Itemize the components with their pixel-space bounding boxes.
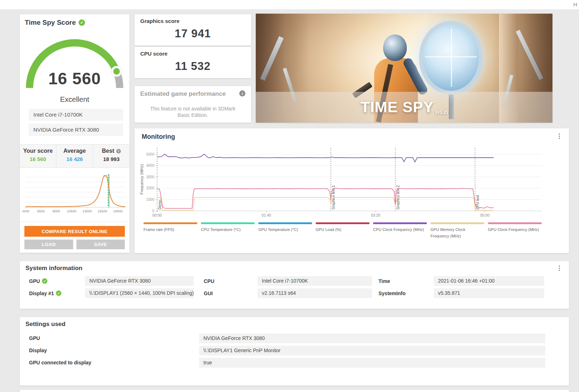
topbar-clipped-text: H [573, 1, 577, 8]
banner-version: (v1.2) [436, 109, 448, 115]
cpu-score-card: CPU score 11 532 [135, 47, 251, 78]
sysinfo-value-cpu: Intel Core i7-10700K [258, 276, 372, 286]
svg-text:Frequency (MHz): Frequency (MHz) [140, 164, 144, 195]
svg-text:10500: 10500 [67, 209, 76, 213]
divider [20, 222, 130, 222]
total-score-value: 16 560 [20, 69, 130, 88]
svg-text:15500: 15500 [98, 209, 107, 213]
score-card-title-row: Time Spy Score ✓ [25, 19, 85, 27]
settings-label-gpu: GPU [29, 334, 199, 343]
graphics-score-value: 17 941 [135, 27, 251, 40]
sysinfo-label-systeminfo: SystemInfo [378, 291, 434, 296]
legend-item[interactable]: GPU Load (%) [316, 222, 369, 239]
stat-your-score-value: 16 560 [20, 156, 56, 162]
graphics-score-label: Graphics score [140, 18, 179, 24]
time-spy-banner-image: TIME SPY (v1.2) [256, 14, 552, 123]
next-card-partial [20, 390, 569, 392]
stat-best: Best i 18 993 [93, 145, 130, 167]
stat-your-score: Your score 16 560 [20, 145, 56, 167]
settings-label-gpu-connected: GPU connected to display [29, 358, 199, 368]
cpu-score-value: 11 532 [135, 60, 251, 73]
estimated-performance-title: Estimated game performance [140, 90, 226, 98]
legend-color-bar [430, 222, 484, 224]
best-info-icon[interactable]: i [116, 149, 121, 154]
sysinfo-label-cpu: CPU [204, 278, 258, 284]
sysinfo-value-gui: v2.16.7113 s64 [258, 288, 372, 298]
svg-text:2000: 2000 [146, 186, 155, 190]
sysinfo-label-time: Time [378, 278, 434, 284]
legend-color-bar [488, 222, 542, 224]
score-distribution-chart: 30005500800010500130001550018000 [23, 171, 127, 215]
settings-row-display: Display \\.\DISPLAY1 Generic PnP Monitor [29, 346, 545, 355]
sysinfo-value-gpu: NVIDIA GeForce RTX 3080 [85, 276, 194, 286]
save-button[interactable]: SAVE [76, 240, 125, 249]
sysinfo-label-display: Display #1✓ [29, 291, 85, 296]
legend-color-bar [143, 222, 197, 224]
svg-text:05:00: 05:00 [480, 213, 489, 217]
cpu-name-box: Intel Core i7-10700K [29, 109, 123, 121]
estimated-game-performance-card: Estimated game performance i This featur… [135, 86, 251, 123]
settings-value-gpu-connected: true [199, 358, 545, 368]
legend-color-bar [201, 222, 255, 224]
compare-result-online-button[interactable]: COMPARE RESULT ONLINE [24, 226, 125, 237]
system-information-grid: GPU✓ NVIDIA GeForce RTX 3080 CPU Intel C… [29, 276, 544, 298]
stat-best-value: 18 993 [93, 156, 130, 162]
legend-label: CPU Temperature (°C) [201, 227, 255, 233]
svg-text:13000: 13000 [82, 209, 91, 213]
legend-item[interactable]: CPU Clock Frequency (MHz) [373, 222, 427, 239]
stat-average-label: Average [56, 148, 93, 154]
settings-used-card: Settings used GPU NVIDIA GeForce RTX 308… [20, 317, 569, 386]
legend-color-bar [258, 222, 312, 224]
svg-text:5500: 5500 [37, 209, 44, 213]
settings-label-display: Display [29, 346, 199, 355]
svg-text:03:20: 03:20 [371, 213, 380, 217]
check-icon: ✓ [56, 291, 61, 296]
legend-item[interactable]: Frame rate (FPS) [143, 222, 197, 239]
system-information-menu-icon[interactable]: ⋮ [556, 264, 562, 272]
monitoring-legend: Frame rate (FPS)CPU Temperature (°C)GPU … [143, 222, 542, 239]
load-button[interactable]: LOAD [24, 240, 73, 249]
legend-label: GPU Memory Clock Frequency (MHz) [430, 227, 484, 239]
legend-item[interactable]: GPU Temperature (°C) [258, 222, 312, 239]
stat-your-score-label: Your score [20, 148, 56, 154]
settings-used-title: Settings used [25, 321, 65, 328]
score-grade-label: Excellent [20, 95, 130, 104]
sysinfo-value-time: 2021-01-06 16:46 +01:00 [434, 276, 544, 286]
sysinfo-value-display: \\.\DISPLAY1 (2560 × 1440, 100% DPI scal… [85, 288, 194, 298]
time-spy-score-card: Time Spy Score ✓ 16 560 Excellent Intel … [20, 14, 130, 253]
astronaut-helmet [383, 34, 407, 61]
banner-title: TIME SPY [361, 99, 434, 116]
svg-text:1000: 1000 [146, 198, 155, 202]
sysinfo-label-gpu: GPU✓ [29, 278, 85, 284]
stat-average-value: 16 426 [56, 156, 93, 162]
cpu-score-label: CPU score [140, 51, 168, 57]
svg-text:01:40: 01:40 [262, 213, 271, 217]
legend-label: Frame rate (FPS) [143, 227, 197, 233]
legend-item[interactable]: GPU Clock Frequency (MHz) [488, 222, 542, 239]
score-card-title: Time Spy Score [25, 19, 76, 27]
svg-text:18000: 18000 [113, 209, 122, 213]
legend-label: GPU Temperature (°C) [258, 227, 312, 233]
legend-label: GPU Load (%) [316, 227, 369, 233]
svg-text:8000: 8000 [52, 209, 60, 213]
graphics-score-card: Graphics score 17 941 [135, 14, 251, 46]
info-icon[interactable]: i [239, 90, 245, 96]
settings-value-display: \\.\DISPLAY1 Generic PnP Monitor [199, 346, 545, 355]
settings-value-gpu: NVIDIA GeForce RTX 3080 [199, 334, 545, 343]
time-mirror [419, 21, 483, 95]
top-bar: H [0, 0, 579, 9]
legend-item[interactable]: CPU Temperature (°C) [201, 222, 255, 239]
legend-color-bar [316, 222, 369, 224]
valid-check-icon: ✓ [79, 19, 85, 26]
gpu-name-box: NVIDIA GeForce RTX 3080 [29, 124, 123, 136]
banner-caption-bar: TIME SPY (v1.2) [256, 92, 552, 123]
legend-item[interactable]: GPU Memory Clock Frequency (MHz) [430, 222, 484, 239]
system-information-title: System information [25, 265, 83, 272]
settings-rows: GPU NVIDIA GeForce RTX 3080 Display \\.\… [29, 334, 545, 370]
svg-text:4000: 4000 [146, 164, 155, 167]
estimated-performance-message: This feature is not available in 3DMark … [145, 106, 241, 118]
svg-text:3000: 3000 [23, 209, 29, 213]
check-icon: ✓ [42, 278, 47, 284]
legend-label: GPU Clock Frequency (MHz) [488, 227, 542, 233]
svg-text:00:00: 00:00 [152, 213, 162, 217]
